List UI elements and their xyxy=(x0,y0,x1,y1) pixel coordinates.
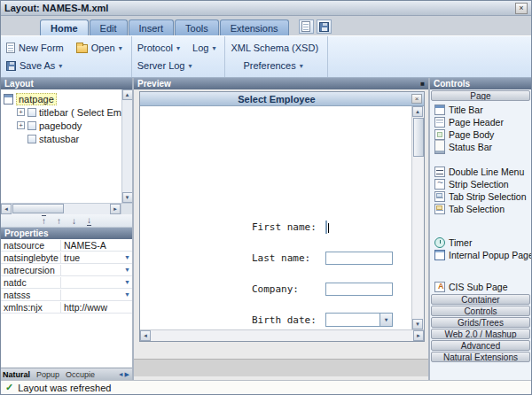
ribbon-tab-bar: Home Edit Insert Tools Extensions xyxy=(1,16,531,35)
property-value[interactable]: ▼ xyxy=(61,267,132,273)
scroll-down-icon[interactable]: ▼ xyxy=(412,319,423,329)
move-up-icon[interactable]: ↑ xyxy=(57,216,61,226)
chevron-down-icon: ▾ xyxy=(176,44,180,52)
window-close-icon[interactable]: × xyxy=(515,3,528,14)
tab-home[interactable]: Home xyxy=(40,19,89,35)
first-name-input[interactable] xyxy=(325,221,327,234)
open-button[interactable]: Open ▾ xyxy=(76,43,122,53)
dialog-horizontal-scrollbar[interactable]: ◄ ► xyxy=(140,329,424,341)
scroll-up-icon[interactable]: ▲ xyxy=(412,106,423,117)
page-icon xyxy=(301,21,310,32)
section-page[interactable]: Page xyxy=(431,90,530,101)
tab-edit[interactable]: Edit xyxy=(90,19,128,35)
status-bar: ✓ Layout was refreshed xyxy=(1,380,531,394)
dialog-body: First name: Last name: Company: xyxy=(140,106,424,329)
tree-item-statusbar[interactable]: statusbar xyxy=(4,132,121,145)
tab-natural[interactable]: Natural xyxy=(3,370,30,379)
scroll-left-icon[interactable]: ◄ xyxy=(140,330,151,341)
tree-vertical-scrollbar[interactable]: ▲ ▼ xyxy=(121,89,132,203)
property-name: natsss xyxy=(1,290,61,300)
maximize-icon[interactable]: ■ xyxy=(420,81,425,88)
scroll-left-icon[interactable]: ◄ xyxy=(1,204,12,214)
dialog-title: Select Employee xyxy=(142,94,411,105)
control-title-bar[interactable]: Title Bar xyxy=(434,104,531,116)
protocol-button[interactable]: Protocol ▾ xyxy=(137,43,180,53)
save-disk-icon xyxy=(319,22,329,32)
title-bar-icon xyxy=(434,105,445,115)
pagebody-node-icon xyxy=(27,121,36,130)
status-message: Layout was refreshed xyxy=(18,383,111,393)
section-container[interactable]: Container xyxy=(431,294,530,305)
tree-item-titlebar[interactable]: + titlebar ( Select Em xyxy=(4,105,121,119)
control-double-line-menu[interactable]: Double Line Menu xyxy=(434,166,531,178)
timer-icon xyxy=(434,237,445,248)
property-value[interactable]: true ▼ xyxy=(61,252,132,263)
tree-item-natpage[interactable]: natpage xyxy=(4,92,121,105)
control-internal-popup-page[interactable]: Internal Popup Page xyxy=(434,249,531,261)
section-web20-mashup[interactable]: Web 2.0 / Mashup xyxy=(431,329,530,339)
log-button[interactable]: Log ▾ xyxy=(192,43,215,53)
tab-occupies[interactable]: Occupie xyxy=(66,370,95,379)
control-page-header[interactable]: Page Header xyxy=(434,116,531,128)
tab-insert[interactable]: Insert xyxy=(129,19,175,35)
dialog-vertical-scrollbar[interactable]: ▲ ▼ xyxy=(411,106,424,329)
dialog-close-icon[interactable]: × xyxy=(411,94,422,104)
section-controls[interactable]: Controls xyxy=(431,306,530,316)
property-value[interactable]: ▼ xyxy=(61,279,132,285)
control-strip-selection[interactable]: Strip Selection xyxy=(434,178,531,190)
control-cis-sub-page[interactable]: CIS Sub Page xyxy=(434,281,531,293)
tab-popup[interactable]: Popup xyxy=(36,370,59,379)
move-down-icon[interactable]: ↓ xyxy=(72,216,76,226)
section-natural-extensions[interactable]: Natural Extensions xyxy=(431,352,530,362)
expand-plus-icon[interactable]: + xyxy=(17,108,25,116)
statusbar-node-icon xyxy=(27,135,36,143)
xml-schema-button[interactable]: XML Schema (XSD) xyxy=(231,43,318,53)
application-window: Layout: NAMES-M.xml × Home Edit Insert T… xyxy=(0,0,532,395)
dropdown-arrow-icon[interactable]: ▼ xyxy=(379,314,392,326)
controls-panel-header: Controls xyxy=(430,78,531,89)
scroll-up-icon[interactable]: ▲ xyxy=(122,89,133,100)
dropdown-arrow-icon[interactable]: ▼ xyxy=(124,279,132,285)
property-value[interactable]: ▼ xyxy=(61,291,132,298)
tab-scroll-arrows-icon[interactable]: ◄▶ xyxy=(118,371,130,378)
preferences-button[interactable]: Preferences ▾ xyxy=(243,60,302,71)
preview-bottom-bar xyxy=(134,359,428,376)
property-value[interactable]: http://www xyxy=(61,302,132,313)
property-row: natdc ▼ xyxy=(1,276,132,289)
control-page-body[interactable]: Page Body xyxy=(434,128,531,141)
control-timer[interactable]: Timer xyxy=(434,236,531,249)
tree-horizontal-scrollbar[interactable]: ◄ ► xyxy=(1,203,132,214)
dropdown-arrow-icon[interactable]: ▼ xyxy=(124,254,132,260)
save-as-button[interactable]: Save As ▾ xyxy=(6,60,62,71)
scroll-right-icon[interactable]: ► xyxy=(413,330,424,341)
page-body-icon xyxy=(434,129,445,140)
move-to-top-icon[interactable]: ↑ xyxy=(42,215,46,226)
control-tab-selection[interactable]: Tab Selection xyxy=(434,203,531,215)
tab-tools[interactable]: Tools xyxy=(175,19,219,35)
dropdown-arrow-icon[interactable]: ▼ xyxy=(124,291,132,298)
scrollbar-thumb[interactable] xyxy=(413,118,424,157)
tree-item-pagebody[interactable]: + pagebody xyxy=(4,119,121,132)
last-name-input[interactable] xyxy=(325,252,393,265)
new-form-button[interactable]: New Form xyxy=(6,43,64,53)
cis-sub-page-icon xyxy=(434,282,445,292)
server-log-button[interactable]: Server Log ▾ xyxy=(137,60,192,71)
control-tab-strip-selection[interactable]: Tab Strip Selection xyxy=(434,190,531,203)
scrollbar-thumb[interactable] xyxy=(12,204,64,213)
expand-plus-icon[interactable]: + xyxy=(17,121,25,129)
quick-new-button[interactable] xyxy=(299,19,314,34)
property-name: xmlns:njx xyxy=(1,302,61,313)
company-input[interactable] xyxy=(325,283,393,296)
quick-save-button[interactable] xyxy=(317,19,332,34)
birth-date-select[interactable]: ▼ xyxy=(325,313,393,327)
move-to-bottom-icon[interactable]: ↓ xyxy=(87,215,91,226)
section-advanced[interactable]: Advanced xyxy=(431,340,530,351)
control-status-bar[interactable]: Status Bar xyxy=(434,141,531,153)
dropdown-arrow-icon[interactable]: ▼ xyxy=(124,267,132,273)
scroll-down-icon[interactable]: ▼ xyxy=(122,192,133,203)
tab-extensions[interactable]: Extensions xyxy=(220,19,289,35)
section-grids-trees[interactable]: Grids/Trees xyxy=(431,317,530,328)
toolbar-group-log: Protocol ▾ Log ▾ Server Log ▾ xyxy=(132,36,226,77)
property-value[interactable]: NAMES-A xyxy=(61,240,132,251)
scroll-right-icon[interactable]: ► xyxy=(110,204,121,214)
